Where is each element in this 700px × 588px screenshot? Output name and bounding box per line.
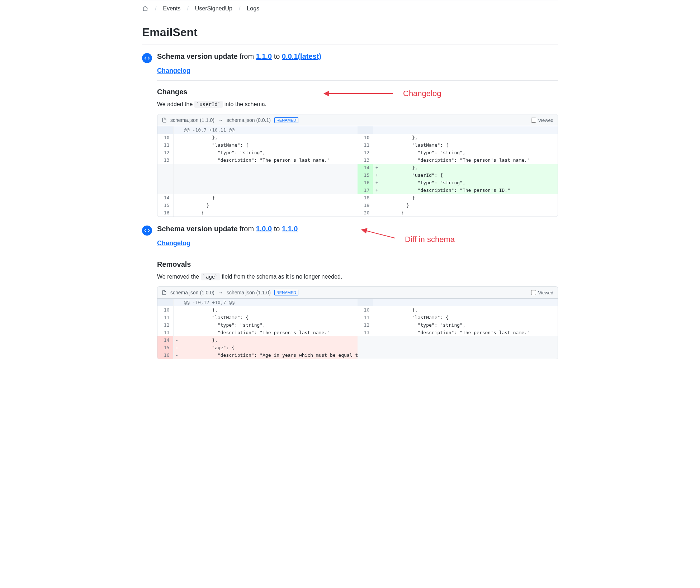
diff-row: 15 }19 } bbox=[157, 201, 558, 209]
line-number-old: 11 bbox=[157, 314, 173, 321]
diff-sign-add: + bbox=[373, 179, 380, 186]
diff-code: "description": "The person's last name." bbox=[380, 156, 558, 164]
diff-code: } bbox=[380, 194, 558, 201]
version-to-link[interactable]: 0.0.1(latest) bbox=[282, 52, 321, 60]
code-icon bbox=[142, 226, 152, 236]
line-number-old: 11 bbox=[157, 141, 173, 149]
diff-code: }, bbox=[380, 306, 558, 314]
changes-heading: Changes bbox=[157, 88, 558, 96]
diff-row: 15- "age": { bbox=[157, 344, 558, 351]
diff-code: "type": "string", bbox=[380, 149, 558, 156]
diff-code: } bbox=[180, 201, 358, 209]
diff-hunk: @@ -10,12 +10,7 @@ bbox=[180, 299, 358, 306]
viewed-checkbox[interactable] bbox=[531, 118, 536, 123]
diff-sign-del: - bbox=[173, 336, 180, 344]
diff-code: } bbox=[380, 201, 558, 209]
changelog-link[interactable]: Changelog bbox=[157, 233, 558, 253]
diff-box: schema.json (1.1.0)→schema.json (0.0.1)R… bbox=[157, 114, 558, 217]
changes-description: We added the `userId` into the schema. bbox=[157, 101, 558, 108]
renamed-badge: RENAMED bbox=[274, 117, 298, 123]
viewed-toggle[interactable]: Viewed bbox=[531, 118, 553, 123]
diff-code: } bbox=[380, 209, 558, 217]
diff-file-to: schema.json (1.1.0) bbox=[227, 290, 271, 295]
arrow-right-icon: → bbox=[218, 290, 223, 295]
line-number-new: 12 bbox=[358, 149, 373, 156]
heading-from-word: from bbox=[240, 225, 254, 233]
line-number-new: 14 bbox=[358, 164, 373, 171]
diff-table: @@ -10,7 +10,11 @@10 },10 },11 "lastName… bbox=[157, 126, 558, 217]
line-number-old: 12 bbox=[157, 149, 173, 156]
version-from-link[interactable]: 1.0.0 bbox=[256, 225, 272, 233]
line-number-new: 13 bbox=[358, 156, 373, 164]
diff-header: schema.json (1.0.0)→schema.json (1.1.0)R… bbox=[157, 287, 558, 299]
diff-sign-add: + bbox=[373, 164, 380, 171]
line-number-old: 16 bbox=[157, 209, 173, 217]
line-number-new: 13 bbox=[358, 329, 373, 336]
diff-code: }, bbox=[180, 134, 358, 141]
breadcrumb-separator: / bbox=[155, 5, 156, 12]
diff-row: 16+ "type": "string", bbox=[157, 179, 558, 186]
diff-code: "description": "The person's last name." bbox=[180, 156, 358, 164]
viewed-toggle[interactable]: Viewed bbox=[531, 290, 553, 295]
diff-code: "lastName": { bbox=[380, 314, 558, 321]
line-number-new: 18 bbox=[358, 194, 373, 201]
diff-code: "lastName": { bbox=[180, 314, 358, 321]
diff-code: } bbox=[180, 209, 358, 217]
section-heading: Schema version update from 1.0.0 to 1.1.… bbox=[157, 225, 558, 233]
version-from-link[interactable]: 1.1.0 bbox=[256, 52, 272, 60]
diff-code: "userId": { bbox=[380, 171, 558, 179]
line-number-old: 10 bbox=[157, 134, 173, 141]
changes-description: We removed the `age` field from the sche… bbox=[157, 274, 558, 280]
heading-prefix: Schema version update bbox=[157, 52, 238, 60]
line-number-new: 15 bbox=[358, 171, 373, 179]
heading-to-word: to bbox=[274, 225, 280, 233]
line-number-new: 16 bbox=[358, 179, 373, 186]
version-section: Schema version update from 1.0.0 to 1.1.… bbox=[142, 225, 558, 359]
inline-code: `age` bbox=[201, 273, 220, 280]
diff-sign-del: - bbox=[173, 344, 180, 351]
diff-row: 14+ }, bbox=[157, 164, 558, 171]
diff-hunk-row: @@ -10,7 +10,11 @@ bbox=[157, 126, 558, 134]
diff-row: 11 "lastName": {11 "lastName": { bbox=[157, 314, 558, 321]
diff-code: "type": "string", bbox=[180, 149, 358, 156]
diff-code: "lastName": { bbox=[180, 141, 358, 149]
diff-box: schema.json (1.0.0)→schema.json (1.1.0)R… bbox=[157, 286, 558, 359]
line-number-old: 15 bbox=[157, 344, 173, 351]
line-number-new: 11 bbox=[358, 314, 373, 321]
line-number-new: 10 bbox=[358, 134, 373, 141]
diff-row: 14- }, bbox=[157, 336, 558, 344]
diff-header: schema.json (1.1.0)→schema.json (0.0.1)R… bbox=[157, 114, 558, 126]
diff-code: }, bbox=[380, 164, 558, 171]
diff-sign-add: + bbox=[373, 186, 380, 194]
line-number-new: 20 bbox=[358, 209, 373, 217]
diff-row: 12 "type": "string",12 "type": "string", bbox=[157, 321, 558, 329]
breadcrumb-item[interactable]: UserSignedUp bbox=[195, 5, 232, 12]
breadcrumb-item[interactable]: Events bbox=[163, 5, 180, 12]
viewed-checkbox[interactable] bbox=[531, 290, 536, 295]
line-number-old: 16 bbox=[157, 351, 173, 359]
diff-row: 16 }20 } bbox=[157, 209, 558, 217]
line-number-old: 13 bbox=[157, 156, 173, 164]
breadcrumb-separator: / bbox=[239, 5, 240, 12]
line-number-old: 14 bbox=[157, 336, 173, 344]
inline-code: `userId` bbox=[194, 101, 223, 108]
diff-row: 16- "description": "Age in years which m… bbox=[157, 351, 558, 359]
diff-code: "type": "string", bbox=[380, 179, 558, 186]
file-icon bbox=[162, 290, 167, 295]
changelog-link[interactable]: Changelog bbox=[157, 61, 558, 81]
diff-sign-add: + bbox=[373, 171, 380, 179]
diff-table: @@ -10,12 +10,7 @@10 },10 },11 "lastName… bbox=[157, 299, 558, 359]
arrow-right-icon: → bbox=[218, 117, 223, 123]
line-number-old: 14 bbox=[157, 194, 173, 201]
version-to-link[interactable]: 1.1.0 bbox=[282, 225, 298, 233]
file-icon bbox=[162, 118, 167, 123]
home-icon[interactable] bbox=[142, 5, 148, 12]
diff-row: 17+ "description": "The person's ID." bbox=[157, 186, 558, 194]
breadcrumb-item[interactable]: Logs bbox=[247, 5, 259, 12]
line-number-old: 10 bbox=[157, 306, 173, 314]
diff-hunk: @@ -10,7 +10,11 @@ bbox=[180, 126, 358, 134]
renamed-badge: RENAMED bbox=[274, 290, 298, 295]
version-section: Schema version update from 1.1.0 to 0.0.… bbox=[142, 52, 558, 217]
viewed-label: Viewed bbox=[538, 118, 553, 123]
diff-file-from: schema.json (1.1.0) bbox=[170, 117, 214, 123]
